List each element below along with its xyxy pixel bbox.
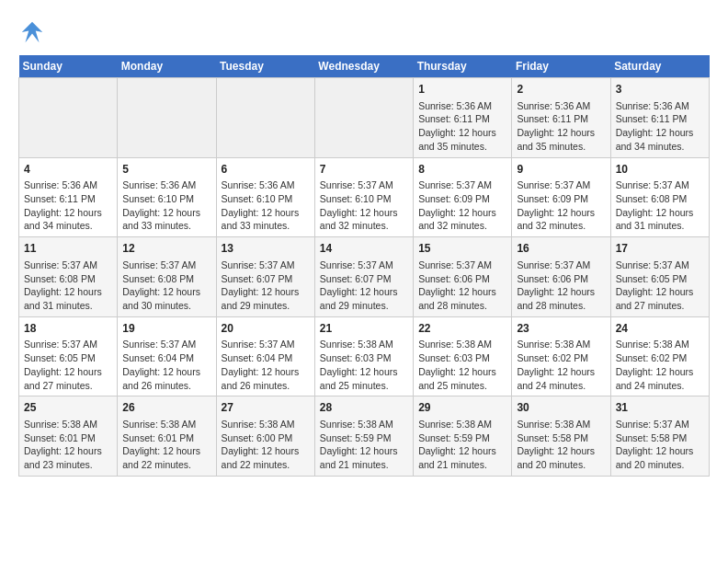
calendar-cell: 21Sunrise: 5:38 AM Sunset: 6:03 PM Dayli… <box>314 316 413 396</box>
day-number: 6 <box>222 162 310 178</box>
calendar-cell: 1Sunrise: 5:36 AM Sunset: 6:11 PM Daylig… <box>414 78 512 158</box>
weekday-header-saturday: Saturday <box>610 55 709 78</box>
weekday-header-row: SundayMondayTuesdayWednesdayThursdayFrid… <box>19 55 710 78</box>
day-info: Sunrise: 5:36 AM Sunset: 6:11 PM Dayligh… <box>517 99 605 154</box>
calendar-cell: 14Sunrise: 5:37 AM Sunset: 6:07 PM Dayli… <box>314 237 413 317</box>
day-info: Sunrise: 5:38 AM Sunset: 5:59 PM Dayligh… <box>320 418 408 472</box>
page-header <box>18 18 710 46</box>
calendar-cell: 13Sunrise: 5:37 AM Sunset: 6:07 PM Dayli… <box>216 237 314 317</box>
day-info: Sunrise: 5:37 AM Sunset: 6:08 PM Dayligh… <box>616 178 704 233</box>
svg-marker-0 <box>22 22 43 43</box>
calendar-cell: 26Sunrise: 5:38 AM Sunset: 6:01 PM Dayli… <box>118 396 216 477</box>
calendar-cell: 16Sunrise: 5:37 AM Sunset: 6:06 PM Dayli… <box>512 237 610 317</box>
day-number: 20 <box>222 321 310 337</box>
day-number: 29 <box>418 400 506 416</box>
day-info: Sunrise: 5:37 AM Sunset: 6:08 PM Dayligh… <box>24 259 112 313</box>
calendar-cell: 4Sunrise: 5:36 AM Sunset: 6:11 PM Daylig… <box>19 157 118 237</box>
calendar-cell <box>216 78 314 158</box>
day-number: 15 <box>418 241 506 257</box>
day-number: 25 <box>24 400 112 416</box>
day-number: 2 <box>517 82 605 98</box>
day-number: 28 <box>320 400 408 416</box>
day-info: Sunrise: 5:37 AM Sunset: 6:05 PM Dayligh… <box>616 259 704 313</box>
calendar-cell <box>118 78 216 158</box>
day-number: 21 <box>320 321 408 337</box>
day-number: 1 <box>418 82 506 98</box>
day-info: Sunrise: 5:36 AM Sunset: 6:11 PM Dayligh… <box>418 99 506 154</box>
calendar-cell: 24Sunrise: 5:38 AM Sunset: 6:02 PM Dayli… <box>610 316 709 396</box>
calendar-cell: 15Sunrise: 5:37 AM Sunset: 6:06 PM Dayli… <box>414 237 512 317</box>
day-info: Sunrise: 5:37 AM Sunset: 6:04 PM Dayligh… <box>122 338 210 392</box>
day-info: Sunrise: 5:38 AM Sunset: 5:59 PM Dayligh… <box>418 418 506 472</box>
calendar-cell <box>314 78 413 158</box>
calendar-week-2: 4Sunrise: 5:36 AM Sunset: 6:11 PM Daylig… <box>19 157 710 237</box>
calendar-cell: 6Sunrise: 5:36 AM Sunset: 6:10 PM Daylig… <box>216 157 314 237</box>
calendar-cell: 23Sunrise: 5:38 AM Sunset: 6:02 PM Dayli… <box>512 316 610 396</box>
day-info: Sunrise: 5:37 AM Sunset: 6:06 PM Dayligh… <box>517 259 605 313</box>
day-number: 13 <box>222 241 310 257</box>
logo-icon <box>18 18 46 46</box>
day-info: Sunrise: 5:38 AM Sunset: 6:03 PM Dayligh… <box>320 338 408 392</box>
day-info: Sunrise: 5:36 AM Sunset: 6:10 PM Dayligh… <box>222 178 310 233</box>
day-info: Sunrise: 5:38 AM Sunset: 6:02 PM Dayligh… <box>616 338 704 392</box>
calendar-cell: 19Sunrise: 5:37 AM Sunset: 6:04 PM Dayli… <box>118 316 216 396</box>
day-info: Sunrise: 5:37 AM Sunset: 6:08 PM Dayligh… <box>122 259 210 313</box>
day-info: Sunrise: 5:38 AM Sunset: 6:01 PM Dayligh… <box>24 418 112 472</box>
calendar-cell: 12Sunrise: 5:37 AM Sunset: 6:08 PM Dayli… <box>118 237 216 317</box>
day-number: 4 <box>24 162 112 178</box>
calendar-cell: 20Sunrise: 5:37 AM Sunset: 6:04 PM Dayli… <box>216 316 314 396</box>
day-info: Sunrise: 5:38 AM Sunset: 6:03 PM Dayligh… <box>418 338 506 392</box>
day-info: Sunrise: 5:37 AM Sunset: 5:58 PM Dayligh… <box>616 418 704 472</box>
day-info: Sunrise: 5:37 AM Sunset: 6:05 PM Dayligh… <box>24 338 112 392</box>
day-info: Sunrise: 5:36 AM Sunset: 6:11 PM Dayligh… <box>24 178 112 233</box>
day-info: Sunrise: 5:38 AM Sunset: 6:00 PM Dayligh… <box>222 418 310 472</box>
day-info: Sunrise: 5:37 AM Sunset: 6:07 PM Dayligh… <box>320 259 408 313</box>
day-number: 27 <box>222 400 310 416</box>
calendar-cell: 17Sunrise: 5:37 AM Sunset: 6:05 PM Dayli… <box>610 237 709 317</box>
day-info: Sunrise: 5:38 AM Sunset: 6:02 PM Dayligh… <box>517 338 605 392</box>
day-number: 3 <box>616 82 704 98</box>
calendar-cell: 9Sunrise: 5:37 AM Sunset: 6:09 PM Daylig… <box>512 157 610 237</box>
calendar-cell: 2Sunrise: 5:36 AM Sunset: 6:11 PM Daylig… <box>512 78 610 158</box>
day-number: 8 <box>418 162 506 178</box>
day-info: Sunrise: 5:38 AM Sunset: 6:01 PM Dayligh… <box>122 418 210 472</box>
day-info: Sunrise: 5:37 AM Sunset: 6:06 PM Dayligh… <box>418 259 506 313</box>
day-info: Sunrise: 5:37 AM Sunset: 6:10 PM Dayligh… <box>320 178 408 233</box>
day-info: Sunrise: 5:37 AM Sunset: 6:09 PM Dayligh… <box>418 178 506 233</box>
calendar-cell: 10Sunrise: 5:37 AM Sunset: 6:08 PM Dayli… <box>610 157 709 237</box>
day-info: Sunrise: 5:38 AM Sunset: 5:58 PM Dayligh… <box>517 418 605 472</box>
day-number: 23 <box>517 321 605 337</box>
day-number: 31 <box>616 400 704 416</box>
calendar-cell: 29Sunrise: 5:38 AM Sunset: 5:59 PM Dayli… <box>414 396 512 477</box>
calendar-cell: 28Sunrise: 5:38 AM Sunset: 5:59 PM Dayli… <box>314 396 413 477</box>
day-number: 24 <box>616 321 704 337</box>
day-number: 16 <box>517 241 605 257</box>
calendar-cell: 7Sunrise: 5:37 AM Sunset: 6:10 PM Daylig… <box>314 157 413 237</box>
day-number: 17 <box>616 241 704 257</box>
calendar-week-5: 25Sunrise: 5:38 AM Sunset: 6:01 PM Dayli… <box>19 396 710 477</box>
calendar-cell: 8Sunrise: 5:37 AM Sunset: 6:09 PM Daylig… <box>414 157 512 237</box>
day-number: 14 <box>320 241 408 257</box>
calendar-cell: 30Sunrise: 5:38 AM Sunset: 5:58 PM Dayli… <box>512 396 610 477</box>
calendar-cell: 3Sunrise: 5:36 AM Sunset: 6:11 PM Daylig… <box>610 78 709 158</box>
day-number: 5 <box>122 162 210 178</box>
day-info: Sunrise: 5:37 AM Sunset: 6:09 PM Dayligh… <box>517 178 605 233</box>
calendar-cell: 25Sunrise: 5:38 AM Sunset: 6:01 PM Dayli… <box>19 396 118 477</box>
day-number: 11 <box>24 241 112 257</box>
day-number: 7 <box>320 162 408 178</box>
weekday-header-friday: Friday <box>512 55 610 78</box>
weekday-header-monday: Monday <box>118 55 216 78</box>
calendar-cell: 22Sunrise: 5:38 AM Sunset: 6:03 PM Dayli… <box>414 316 512 396</box>
calendar-week-4: 18Sunrise: 5:37 AM Sunset: 6:05 PM Dayli… <box>19 316 710 396</box>
day-number: 19 <box>122 321 210 337</box>
day-number: 22 <box>418 321 506 337</box>
day-number: 10 <box>616 162 704 178</box>
day-info: Sunrise: 5:36 AM Sunset: 6:11 PM Dayligh… <box>616 99 704 154</box>
logo <box>18 18 50 46</box>
calendar-cell: 31Sunrise: 5:37 AM Sunset: 5:58 PM Dayli… <box>610 396 709 477</box>
calendar-week-3: 11Sunrise: 5:37 AM Sunset: 6:08 PM Dayli… <box>19 237 710 317</box>
weekday-header-sunday: Sunday <box>19 55 118 78</box>
day-number: 12 <box>122 241 210 257</box>
calendar-cell: 18Sunrise: 5:37 AM Sunset: 6:05 PM Dayli… <box>19 316 118 396</box>
day-number: 18 <box>24 321 112 337</box>
